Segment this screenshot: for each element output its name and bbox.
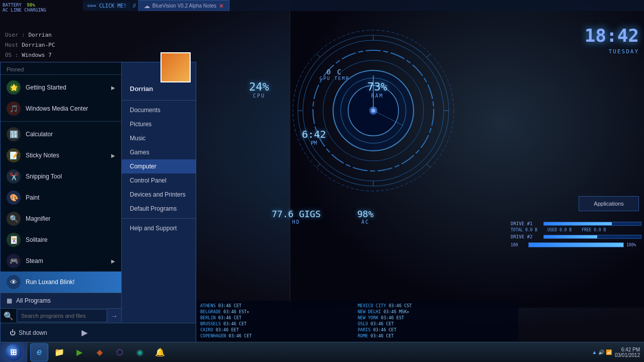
start-button[interactable]: ⊞ [0,342,27,363]
shutdown-chevron-icon: ▶ [82,328,88,337]
taskbar-icon-app4[interactable]: ◆ [91,343,109,361]
taskbar-icon-explorer[interactable]: 📁 [50,343,68,361]
right-panel-header: Dorrian [122,82,196,101]
taskbar-right: ▲ 🔊 📶 6:42 PM 03/01/2012 [592,347,644,358]
menu-item-calculator[interactable]: 🔢 Calculator [1,124,121,145]
sticky-notes-label: Sticky Notes [26,152,59,159]
right-menu-default-programs[interactable]: Default Programs [122,202,196,216]
magnifier-icon: 🔍 [7,212,21,226]
applications-panel-button[interactable]: Applications [579,196,639,211]
menu-item-magnifier[interactable]: 🔍 Magnifier [1,208,121,229]
start-menu-left-panel: Pinned 🌟 Getting Started ▶ 🎵 Windows Med… [1,62,121,323]
snipping-tool-label: Snipping Tool [26,173,62,180]
ticker-brussels: BRUSSELS 03:46 CET [200,321,357,326]
menu-item-steam[interactable]: 🎮 Steam ▶ [1,250,121,272]
taskbar-icon-wmp[interactable]: ▶ [70,343,89,361]
taskbar-icon-app5[interactable]: ⬡ [111,343,129,361]
window-close-button[interactable]: ✕ [219,3,224,10]
right-menu-devices-printers[interactable]: Devices and Printers [122,188,196,202]
taskbar-sys-tray: ▲ 🔊 📶 [592,349,611,355]
shutdown-label: Shut down [19,329,47,336]
drive-1-bar [543,222,641,226]
menu-divider-1 [1,121,121,122]
battery-percent: 98% [27,3,35,8]
getting-started-label: Getting Started [26,84,66,91]
solitaire-label: Solitaire [26,236,47,243]
calculator-icon: 🔢 [7,127,21,141]
start-menu-right-panel: Dorrian Documents Pictures Music Games C… [121,62,196,323]
drive-2-bar [543,235,641,239]
world-ticker: ATHENS 03:46 CET MEXICO CITY 03:46 CST B… [196,301,518,341]
drive-row-1: DRIVE #1 [511,221,641,226]
taskbar-date: 03/01/2012 [615,352,640,358]
cpu-temp-label: CPU TEMP [319,76,349,81]
window-tab[interactable]: ☁ BlueVision V0.2 Alpha Notes ✕ [138,0,229,11]
desktop: <== CLICK ME! // ☁ BlueVision V0.2 Alpha… [0,0,644,362]
taskbar-icon-app6[interactable]: ◉ [131,343,149,361]
right-menu-computer[interactable]: Computer [122,159,196,173]
ram-percent-value: 73% [367,80,387,93]
menu-item-snipping-tool[interactable]: ✂️ Snipping Tool [1,166,121,187]
all-programs-label: All Programs [16,297,51,304]
right-menu-games[interactable]: Games [122,145,196,159]
taskbar-icon-app7[interactable]: 🔔 [151,343,169,361]
steam-label: Steam [26,257,43,264]
svg-point-17 [371,109,375,113]
hud-svg [288,25,459,196]
start-menu-top: Pinned 🌟 Getting Started ▶ 🎵 Windows Med… [1,62,196,323]
shutdown-arrow-button[interactable]: ▶ [82,328,88,337]
ticker-belgrade: BELGRADE 03:46 EST+ [200,309,357,314]
battery-bar: BATTERY 98% AC LINE CHARGING [3,3,46,13]
menu-item-getting-started[interactable]: 🌟 Getting Started ▶ [1,77,121,98]
ac-label: AC [357,219,374,225]
ticker-copenhagen: COPENHAGEN 03:46 CET [200,333,357,338]
menu-item-sticky-notes[interactable]: 📝 Sticky Notes ▶ [1,145,121,166]
all-programs-row: ▦ All Programs [1,293,121,308]
app5-icon: ⬡ [116,347,123,357]
menu-item-wmc[interactable]: 🎵 Windows Media Center [1,98,121,119]
run-luxand-icon: 👁 [7,275,21,289]
progress-bar-1-fill [529,243,623,247]
cpu-label: CPU [249,93,269,99]
ticker-oslo: OSLO 03:46 CET [358,321,514,326]
taskbar-clock: 6:42 PM 03/01/2012 [615,347,640,358]
taskbar-icon-ie[interactable]: e [30,343,48,361]
solitaire-icon: 🃏 [7,233,21,247]
progress-bar-1 [528,242,624,247]
ticker-berlin: BERLIN 03:46 CET [200,315,357,320]
all-programs-button[interactable]: ▦ All Programs [1,293,121,308]
progress-1-pct: 100% [626,243,641,247]
right-panel-divider [122,218,196,219]
ticker-rome: ROME 03:46 CET [358,333,514,338]
user-avatar [160,52,191,82]
steam-arrow: ▶ [111,258,115,264]
sticky-notes-arrow: ▶ [111,153,115,158]
menu-item-run-luxand[interactable]: 👁 Run Luxand Blink! [1,272,121,293]
search-button[interactable]: → [107,309,121,323]
click-me-label[interactable]: <== CLICK ME! [83,2,130,10]
free-label: FREE 0.0 B [582,228,606,232]
svg-line-15 [427,164,430,167]
menu-item-paint[interactable]: 🎨 Paint [1,187,121,208]
progress-1-val: 100 [511,243,526,247]
right-menu-pictures[interactable]: Pictures [122,117,196,131]
ticker-paris: PARIS 03:46 CET [358,327,514,332]
right-menu-help-support[interactable]: Help and Support [122,221,196,235]
menu-item-solitaire[interactable]: 🃏 Solitaire [1,229,121,250]
hud-time-period: PM [302,140,326,146]
user-value: Dorrian [28,32,51,38]
right-menu-music[interactable]: Music [122,131,196,145]
right-menu-documents[interactable]: Documents [122,103,196,117]
start-menu: Pinned 🌟 Getting Started ▶ 🎵 Windows Med… [0,62,196,342]
shutdown-icon: ⏻ [10,329,16,336]
search-area: 🔍 → [1,308,121,323]
right-menu-control-panel[interactable]: Control Panel [122,173,196,188]
shutdown-button[interactable]: ⏻ Shut down [6,327,51,338]
total-label: TOTAL 0.0 B [511,228,537,232]
paint-label: Paint [26,194,39,201]
magnifier-label: Magnifier [26,215,50,222]
start-orb: ⊞ [5,344,22,361]
shutdown-bar: ⏻ Shut down ▶ [1,323,196,342]
drive-1-label: DRIVE #1 [511,221,541,226]
search-input[interactable] [17,309,107,322]
